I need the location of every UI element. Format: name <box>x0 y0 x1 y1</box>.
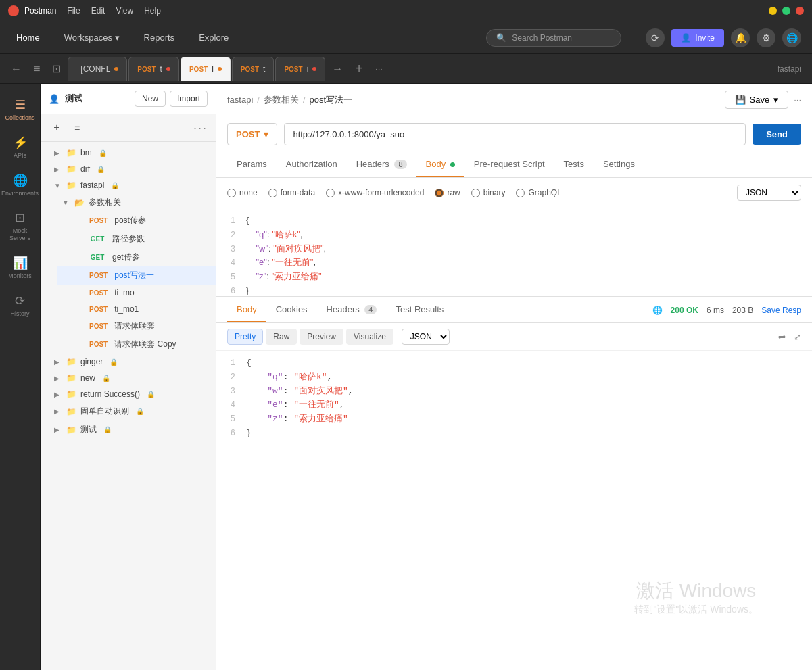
sidebar-item-monitors[interactable]: 📊 Monitors <box>3 250 38 285</box>
tab-back-button[interactable]: ← <box>5 60 27 78</box>
tree-label-ceshi: 测试 <box>80 424 97 435</box>
tab-post-t2[interactable]: POST t <box>232 57 274 81</box>
radio-raw[interactable]: raw <box>435 188 460 197</box>
expand-icon[interactable]: ⤢ <box>794 332 801 342</box>
tree-item-ginger[interactable]: ▶ 📁 ginger 🔒 <box>41 354 216 370</box>
breadcrumb-actions: 💾 Save ▾ ··· <box>725 91 801 109</box>
top-nav: Home Workspaces ▾ Reports Explore 🔍 Sear… <box>0 22 812 54</box>
user-avatar[interactable]: 🌐 <box>782 28 801 47</box>
more-actions-button[interactable]: ··· <box>794 95 801 105</box>
tab-authorization[interactable]: Authorization <box>277 152 347 177</box>
wrap-icon[interactable]: ⇌ <box>778 332 786 342</box>
tab-body[interactable]: Body <box>416 152 464 177</box>
tab-confl[interactable]: [CONFL <box>68 57 127 81</box>
request-editor[interactable]: 1 { 2 "q": "哈萨k", 3 "w": "面对疾风把", 4 "e <box>216 208 812 296</box>
url-input[interactable] <box>284 123 746 145</box>
tab-headers[interactable]: Headers 8 <box>347 152 416 177</box>
req-line-6: 6 } <box>216 284 812 296</box>
sidebar-item-environments[interactable]: 🌐 Environments <box>3 168 38 203</box>
sidebar-item-history[interactable]: ⟳ History <box>3 288 38 323</box>
response-format-select[interactable]: JSON Text HTML XML <box>402 329 450 345</box>
import-button[interactable]: Import <box>170 91 208 107</box>
send-button[interactable]: Send <box>753 124 801 145</box>
save-button[interactable]: 💾 Save ▾ <box>725 91 789 109</box>
tree-item-post-request-body-copy[interactable]: POST 请求体联套 Copy <box>57 335 216 354</box>
tree-item-post-xiefahy[interactable]: POST post写法一 <box>57 266 216 285</box>
tree-item-return-success[interactable]: ▶ 📁 return Success() 🔒 <box>41 386 216 402</box>
settings-icon[interactable]: ⚙ <box>757 28 775 47</box>
tab-active-method: POST <box>189 66 208 73</box>
method-select[interactable]: POST ▾ <box>227 123 277 145</box>
menu-edit[interactable]: Edit <box>91 6 105 16</box>
minimize-button[interactable] <box>769 7 777 15</box>
sidebar-item-mock-servers[interactable]: ⊡ Mock Servers <box>3 205 38 247</box>
format-preview-button[interactable]: Preview <box>300 329 343 345</box>
format-visualize-button[interactable]: Visualize <box>346 329 393 345</box>
tab-params[interactable]: Params <box>227 152 277 177</box>
folder-icon: 📁 <box>66 181 76 190</box>
nav-workspaces[interactable]: Workspaces ▾ <box>59 30 125 45</box>
menu-file[interactable]: File <box>67 6 80 16</box>
tree-item-get-lujing[interactable]: GET 路径参数 <box>57 230 216 248</box>
arrow-icon: ▶ <box>54 358 62 366</box>
format-pretty-button[interactable]: Pretty <box>227 329 263 345</box>
radio-none[interactable]: none <box>227 188 258 197</box>
format-raw-button[interactable]: Raw <box>266 329 297 345</box>
tree-item-post-timo1[interactable]: POST ti_mo1 <box>57 301 216 317</box>
tree-item-gudan[interactable]: ▶ 📁 固单自动识别 🔒 <box>41 402 216 421</box>
breadcrumb-fastapi[interactable]: fastapi <box>227 95 253 105</box>
sync-icon[interactable]: ⟳ <box>646 28 665 47</box>
tree-item-post-timo[interactable]: POST ti_mo <box>57 285 216 301</box>
search-bar[interactable]: 🔍 Search Postman <box>486 29 621 47</box>
tab-list-button[interactable]: ≡ <box>28 60 45 78</box>
add-collection-button[interactable]: + <box>49 120 65 136</box>
tab-pre-request[interactable]: Pre-request Script <box>464 152 554 177</box>
resp-tab-test-results[interactable]: Test Results <box>386 297 453 322</box>
sidebar-item-apis[interactable]: ⚡ APIs <box>3 130 38 165</box>
tab-settings[interactable]: Settings <box>594 152 644 177</box>
tab-post-t1[interactable]: POST t <box>128 57 179 81</box>
invite-button[interactable]: 👤 Invite <box>671 29 724 47</box>
tree-item-ceshi[interactable]: ▶ 📁 测试 🔒 <box>41 421 216 439</box>
maximize-button[interactable] <box>782 7 790 15</box>
tab-post-active[interactable]: POST l <box>181 57 231 81</box>
tree-item-post-request-body[interactable]: POST 请求体联套 <box>57 317 216 335</box>
radio-binary[interactable]: binary <box>471 188 506 197</box>
save-response-button[interactable]: Save Resp <box>761 306 801 315</box>
close-button[interactable] <box>796 7 804 15</box>
tree-item-get-getchuancan[interactable]: GET get传参 <box>57 248 216 266</box>
resp-tab-headers[interactable]: Headers 4 <box>317 297 387 322</box>
resp-tab-cookies[interactable]: Cookies <box>266 297 317 322</box>
tab-home-icon[interactable]: ⊡ <box>47 59 66 78</box>
tab-tests[interactable]: Tests <box>554 152 594 177</box>
nav-home[interactable]: Home <box>11 30 45 45</box>
tree-item-new[interactable]: ▶ 📁 new 🔒 <box>41 370 216 386</box>
tree-item-fastapi[interactable]: ▼ 📁 fastapi 🔒 <box>41 177 216 193</box>
folder-icon: 📁 <box>66 425 76 435</box>
radio-graphql[interactable]: GraphQL <box>516 188 561 197</box>
more-options-button[interactable]: ··· <box>193 121 208 135</box>
notification-bell-icon[interactable]: 🔔 <box>731 28 750 47</box>
radio-form-data[interactable]: form-data <box>268 188 315 197</box>
tab-active-label: l <box>212 64 214 74</box>
new-button[interactable]: New <box>135 91 166 107</box>
tab-overflow-button[interactable]: ··· <box>370 61 388 76</box>
new-tab-button[interactable]: + <box>350 58 368 79</box>
radio-urlencoded[interactable]: x-www-form-urlencoded <box>326 188 424 197</box>
method-badge-post: POST <box>87 340 110 349</box>
body-format-select[interactable]: JSON Text JavaScript HTML XML <box>737 185 801 201</box>
filter-button[interactable]: ≡ <box>69 120 85 136</box>
tab-forward-button[interactable]: → <box>327 60 348 78</box>
sidebar-item-collections[interactable]: ☰ Collections <box>3 92 38 127</box>
nav-explore[interactable]: Explore <box>193 30 234 45</box>
nav-reports[interactable]: Reports <box>139 30 181 45</box>
tree-item-drf[interactable]: ▶ 📁 drf 🔒 <box>41 161 216 177</box>
tree-item-post-chuancan[interactable]: POST post传参 <box>57 212 216 230</box>
breadcrumb-params[interactable]: 参数相关 <box>264 94 299 106</box>
resp-tab-body[interactable]: Body <box>227 297 266 322</box>
tree-item-bm[interactable]: ▶ 📁 bm 🔒 <box>41 145 216 161</box>
menu-view[interactable]: View <box>116 6 133 16</box>
menu-help[interactable]: Help <box>144 6 161 16</box>
tab-post-i[interactable]: POST i <box>275 57 325 81</box>
tree-item-params-folder[interactable]: ▼ 📂 参数相关 <box>49 193 216 212</box>
